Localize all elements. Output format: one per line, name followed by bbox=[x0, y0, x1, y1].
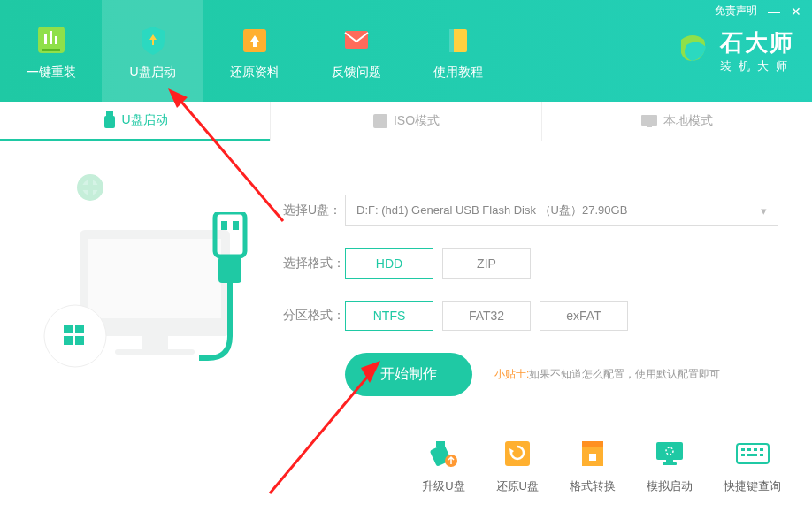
minimize-button[interactable]: — bbox=[768, 4, 780, 19]
svg-rect-8 bbox=[449, 29, 454, 52]
tool-label: 还原U盘 bbox=[496, 478, 539, 494]
svg-rect-21 bbox=[233, 221, 239, 230]
close-button[interactable]: ✕ bbox=[791, 4, 801, 19]
svg-rect-41 bbox=[747, 448, 751, 451]
usb-select-label: 选择U盘： bbox=[283, 203, 345, 218]
svg-rect-44 bbox=[741, 454, 745, 456]
tool-label: 模拟启动 bbox=[647, 478, 693, 494]
iso-icon bbox=[372, 113, 388, 129]
tutorial-icon bbox=[440, 22, 476, 57]
tool-restore[interactable]: 还原U盘 bbox=[496, 436, 539, 494]
brand-logo-icon bbox=[672, 31, 713, 72]
convert-icon bbox=[577, 438, 609, 470]
brand-subtitle: 装机大师 bbox=[720, 58, 794, 74]
chevron-down-icon: ▾ bbox=[761, 204, 767, 218]
nav-label: 还原资料 bbox=[230, 65, 280, 80]
subtab-label: 本地模式 bbox=[663, 113, 713, 129]
upgrade-usb-icon bbox=[427, 438, 459, 470]
keyboard-icon bbox=[735, 440, 770, 467]
header: 一键重装 U盘启动 还原资料 反馈问题 使用教程 石大师 装机大师 免责声明 —… bbox=[0, 0, 812, 102]
tool-upgrade[interactable]: 升级U盘 bbox=[422, 436, 464, 494]
subtab-label: ISO模式 bbox=[394, 113, 440, 129]
svg-rect-34 bbox=[589, 454, 596, 461]
svg-rect-9 bbox=[106, 111, 113, 116]
window-controls: 免责声明 — ✕ bbox=[715, 4, 801, 19]
svg-rect-13 bbox=[647, 126, 652, 127]
subtab-local[interactable]: 本地模式 bbox=[542, 102, 812, 141]
format-option-zip[interactable]: ZIP bbox=[442, 248, 531, 279]
svg-rect-37 bbox=[666, 460, 673, 462]
restore-usb-icon bbox=[502, 438, 533, 470]
usb-shield-icon bbox=[135, 22, 171, 57]
nav-usb[interactable]: U盘启动 bbox=[102, 0, 203, 102]
nav-feedback[interactable]: 反馈问题 bbox=[305, 0, 407, 102]
svg-rect-19 bbox=[215, 212, 245, 256]
simulate-icon bbox=[654, 438, 686, 470]
nav-label: 使用教程 bbox=[433, 65, 483, 80]
svg-rect-16 bbox=[142, 336, 168, 349]
nav-label: 反馈问题 bbox=[332, 65, 381, 80]
tool-simulate[interactable]: 模拟启动 bbox=[647, 436, 693, 494]
sub-tabs: U盘启动 ISO模式 本地模式 bbox=[0, 102, 812, 141]
monitor-icon bbox=[640, 114, 658, 128]
partition-option-ntfs[interactable]: NTFS bbox=[345, 301, 433, 331]
nav-restore[interactable]: 还原资料 bbox=[203, 0, 305, 102]
svg-rect-38 bbox=[663, 462, 677, 465]
tip-text: 小贴士:如果不知道怎么配置，使用默认配置即可 bbox=[494, 367, 720, 382]
tool-label: 升级U盘 bbox=[422, 478, 464, 494]
svg-rect-46 bbox=[760, 454, 763, 456]
nav-reinstall[interactable]: 一键重装 bbox=[0, 0, 102, 102]
usb-select-dropdown[interactable]: D:F: (hd1) General USB Flash Disk （U盘）27… bbox=[345, 195, 778, 226]
feedback-icon bbox=[339, 22, 374, 57]
svg-rect-45 bbox=[747, 454, 757, 456]
tool-label: 快捷键查询 bbox=[724, 478, 781, 494]
usb-cable-icon bbox=[199, 212, 261, 416]
svg-rect-30 bbox=[505, 441, 530, 466]
start-button[interactable]: 开始制作 bbox=[345, 353, 472, 396]
svg-rect-12 bbox=[641, 115, 657, 126]
svg-rect-4 bbox=[42, 49, 60, 51]
partition-label: 分区格式： bbox=[283, 308, 345, 324]
subtab-iso[interactable]: ISO模式 bbox=[270, 102, 541, 141]
svg-rect-10 bbox=[104, 116, 115, 128]
svg-rect-20 bbox=[221, 221, 227, 230]
subtab-usb[interactable]: U盘启动 bbox=[0, 102, 270, 141]
svg-rect-6 bbox=[345, 31, 368, 49]
partition-option-exfat[interactable]: exFAT bbox=[540, 301, 628, 331]
svg-rect-11 bbox=[373, 114, 387, 128]
restore-icon bbox=[237, 22, 272, 57]
tip-label: 小贴士: bbox=[494, 368, 529, 380]
svg-rect-43 bbox=[760, 448, 763, 451]
svg-rect-2 bbox=[50, 31, 52, 44]
svg-rect-42 bbox=[754, 448, 757, 451]
svg-rect-35 bbox=[656, 442, 683, 460]
disclaimer-link[interactable]: 免责声明 bbox=[715, 4, 757, 19]
brand-title: 石大师 bbox=[720, 27, 794, 58]
usb-select-value: D:F: (hd1) General USB Flash Disk （U盘）27… bbox=[356, 203, 627, 218]
usb-small-icon bbox=[103, 111, 117, 129]
tool-label: 格式转换 bbox=[570, 478, 616, 494]
svg-rect-22 bbox=[218, 256, 241, 283]
reinstall-icon bbox=[34, 22, 69, 57]
format-label: 选择格式： bbox=[283, 256, 345, 271]
subtab-label: U盘启动 bbox=[122, 112, 168, 128]
svg-rect-3 bbox=[55, 36, 57, 44]
nav-label: U盘启动 bbox=[129, 65, 175, 80]
svg-rect-33 bbox=[582, 441, 603, 447]
format-option-hdd[interactable]: HDD bbox=[345, 248, 433, 279]
bottom-toolbar: 升级U盘 还原U盘 格式转换 模拟启动 快捷键查询 bbox=[422, 436, 781, 494]
nav-label: 一键重装 bbox=[27, 65, 76, 80]
svg-rect-40 bbox=[741, 448, 745, 451]
tool-shortcut[interactable]: 快捷键查询 bbox=[724, 436, 781, 494]
tip-content: 如果不知道怎么配置，使用默认配置即可 bbox=[529, 368, 720, 380]
tool-convert[interactable]: 格式转换 bbox=[570, 436, 616, 494]
nav-tutorial[interactable]: 使用教程 bbox=[407, 0, 509, 102]
partition-option-fat32[interactable]: FAT32 bbox=[442, 301, 531, 331]
form-area: 选择U盘： D:F: (hd1) General USB Flash Disk … bbox=[283, 195, 778, 396]
svg-rect-17 bbox=[115, 349, 195, 355]
svg-rect-1 bbox=[44, 34, 47, 44]
